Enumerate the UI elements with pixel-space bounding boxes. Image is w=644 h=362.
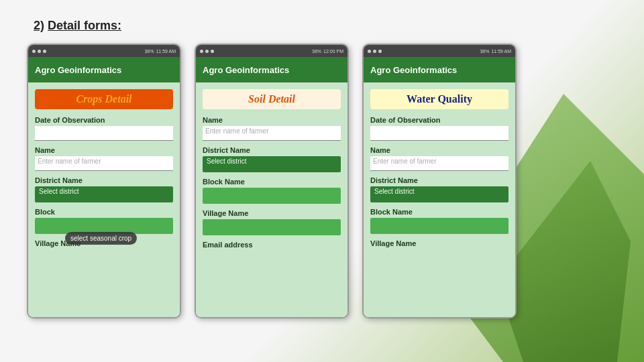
soil-name-label: Name	[203, 116, 341, 124]
water-district-select[interactable]: Select district	[370, 186, 508, 202]
soil-status-bar: 38% 12:00 PM	[196, 45, 347, 57]
crops-status-bar: 38% 11:59 AM	[28, 45, 180, 57]
water-status-bar: 38% 11:59 AM	[364, 45, 515, 57]
water-block-select[interactable]	[370, 218, 508, 234]
soil-status-right: 38% 12:00 PM	[312, 49, 343, 54]
soil-district-label: District Name	[203, 146, 341, 154]
soil-time: 12:00 PM	[323, 49, 343, 54]
crops-signal: 38%	[144, 49, 154, 54]
soil-header-title: Agro Geoinformatics	[203, 65, 289, 75]
crops-date-input[interactable]	[35, 126, 173, 141]
water-village-label: Village Name	[370, 239, 508, 247]
crops-status-right: 38% 11:59 AM	[144, 49, 176, 54]
crops-district-select[interactable]: Select district	[35, 186, 173, 202]
page-title-text: Detail forms:	[48, 19, 121, 32]
crops-name-input[interactable]: Enter name of farmer	[35, 156, 173, 171]
status-dot	[211, 50, 214, 53]
water-block-label: Block Name	[370, 208, 508, 216]
crops-district-label: District Name	[35, 176, 173, 184]
water-phone: 38% 11:59 AM Agro Geoinformatics Water Q…	[362, 44, 517, 318]
water-name-input[interactable]: Enter name of farmer	[370, 156, 508, 171]
water-district-label: District Name	[370, 176, 508, 184]
soil-signal: 38%	[312, 49, 321, 54]
status-dot	[368, 50, 371, 53]
status-dot	[38, 50, 41, 53]
crops-date-label: Date of Observation	[35, 116, 173, 124]
crops-header: Agro Geoinformatics	[28, 57, 180, 82]
status-dot	[200, 50, 203, 53]
water-header: Agro Geoinformatics	[364, 57, 515, 82]
seasonal-crop-tooltip: select seasonal crop	[65, 232, 137, 245]
water-date-label: Date of Observation	[370, 116, 508, 124]
crops-block-label: Block	[35, 208, 173, 216]
soil-form-title: Soil Detail	[203, 89, 341, 109]
crops-content: Crops Detail Date of Observation Name En…	[28, 82, 180, 317]
water-header-title: Agro Geoinformatics	[370, 65, 457, 75]
status-dot	[205, 50, 209, 53]
soil-name-input[interactable]: Enter name of farmer	[203, 126, 341, 141]
water-content: Water Quality Date of Observation Name E…	[364, 82, 515, 317]
water-form-title: Water Quality	[370, 89, 508, 109]
status-dot	[32, 50, 36, 53]
water-status-left	[368, 50, 382, 53]
water-name-label: Name	[370, 146, 508, 154]
soil-phone: 38% 12:00 PM Agro Geoinformatics Soil De…	[195, 44, 349, 318]
soil-status-left	[200, 50, 214, 53]
crops-time: 11:59 AM	[156, 49, 176, 54]
status-dot	[43, 50, 46, 53]
page-title-number: 2)	[34, 19, 44, 32]
soil-content: Soil Detail Name Enter name of farmer Di…	[196, 82, 347, 317]
status-dot	[373, 50, 376, 53]
water-status-right: 38% 11:59 AM	[480, 49, 511, 54]
status-dot	[378, 50, 382, 53]
soil-village-label: Village Name	[203, 209, 341, 217]
water-signal: 38%	[480, 49, 489, 54]
crops-name-label: Name	[35, 146, 173, 154]
page-title: 2) Detail forms:	[34, 19, 121, 33]
soil-email-label: Email address	[203, 241, 341, 249]
soil-block-select[interactable]	[203, 188, 341, 204]
soil-district-select[interactable]: Select district	[203, 156, 341, 172]
crops-phone: 38% 11:59 AM Agro Geoinformatics Crops D…	[27, 44, 181, 318]
crops-status-left	[32, 50, 46, 53]
soil-header: Agro Geoinformatics	[196, 57, 347, 82]
water-date-input[interactable]	[370, 126, 508, 141]
phones-container: 38% 11:59 AM Agro Geoinformatics Crops D…	[27, 44, 517, 318]
crops-header-title: Agro Geoinformatics	[35, 65, 121, 75]
soil-village-select[interactable]	[203, 219, 341, 235]
water-time: 11:59 AM	[491, 49, 511, 54]
crops-form-title: Crops Detail	[35, 89, 173, 109]
soil-block-label: Block Name	[203, 178, 341, 186]
